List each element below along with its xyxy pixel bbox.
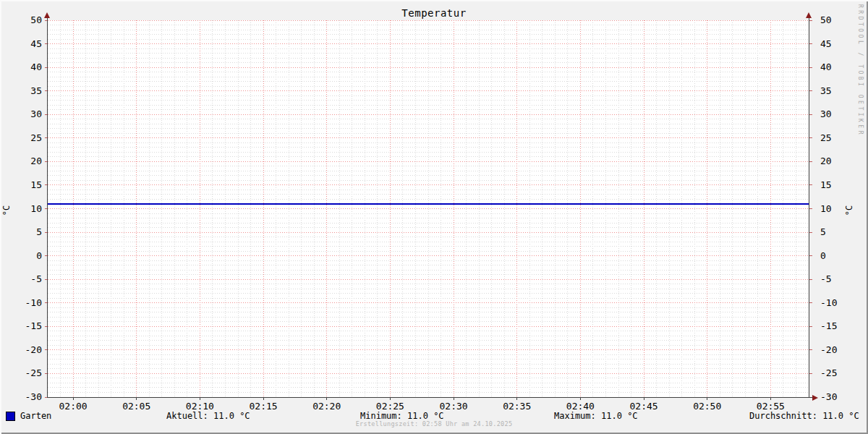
y-axis-label: -5 bbox=[820, 274, 849, 284]
x-axis-label: 02:30 bbox=[435, 401, 472, 412]
y-axis-label: 20 bbox=[820, 156, 849, 166]
y-axis-side-tick bbox=[809, 114, 812, 115]
gridline-major-h bbox=[48, 43, 809, 44]
y-axis-label: 40 bbox=[820, 62, 849, 72]
y-axis-label: 0 bbox=[820, 251, 849, 261]
y-axis-side-tick bbox=[809, 232, 812, 233]
y-axis-side-tick bbox=[809, 349, 812, 350]
x-axis-label: 02:20 bbox=[309, 401, 345, 412]
x-axis-label: 02:25 bbox=[372, 401, 408, 412]
x-axis-label: 02:05 bbox=[119, 401, 155, 412]
legend-current: Aktuell: 11.0 °C bbox=[166, 411, 250, 421]
y-axis-label: 0 bbox=[14, 251, 42, 261]
y-axis-label: 10 bbox=[14, 204, 42, 214]
y-axis-label: 25 bbox=[820, 133, 849, 143]
y-axis-side-tick bbox=[809, 255, 812, 256]
y-axis-label: 45 bbox=[820, 39, 849, 49]
y-axis-unit-left: °C bbox=[1, 203, 12, 218]
gridline-major-h bbox=[48, 232, 809, 233]
x-axis-label: 02:55 bbox=[752, 401, 788, 412]
gridline-major-h bbox=[48, 20, 809, 21]
x-axis-line bbox=[47, 397, 812, 398]
gridline-major-h bbox=[48, 373, 809, 374]
y-axis-label: -10 bbox=[820, 298, 849, 308]
y-axis-label: -30 bbox=[820, 392, 849, 402]
y-axis-label: 40 bbox=[14, 62, 42, 72]
y-axis-label: 35 bbox=[820, 86, 849, 96]
y-axis-label: -20 bbox=[14, 345, 42, 355]
y-axis-label: -10 bbox=[14, 298, 42, 308]
y-axis-side-tick bbox=[809, 302, 812, 303]
y-axis-side-tick bbox=[809, 90, 812, 91]
gridline-major-v bbox=[454, 20, 454, 397]
x-axis-label: 02:00 bbox=[55, 401, 91, 412]
gridline-major-v bbox=[707, 20, 707, 397]
axis-arrow-right bbox=[812, 395, 818, 401]
y-axis-label: 30 bbox=[14, 109, 42, 119]
gridline-major-h bbox=[48, 90, 809, 91]
y-axis-label: 10 bbox=[820, 204, 849, 214]
y-axis-label: -15 bbox=[14, 321, 42, 331]
gridline-major-h bbox=[48, 67, 809, 68]
y-axis-label: 5 bbox=[14, 227, 42, 237]
gridline-major-h bbox=[48, 349, 809, 350]
gridline-major-v bbox=[516, 20, 517, 397]
series-line bbox=[48, 203, 809, 205]
gridline-major-h bbox=[48, 208, 809, 209]
y-axis-label: -5 bbox=[14, 274, 42, 284]
x-axis-label: 02:40 bbox=[562, 401, 598, 412]
gridline-major-h bbox=[48, 184, 809, 185]
y-axis-label: -15 bbox=[820, 321, 849, 331]
y-axis-label: 25 bbox=[14, 133, 42, 143]
gridline-major-h bbox=[48, 279, 809, 280]
gridline-major-v bbox=[73, 20, 74, 397]
gridline-major-h bbox=[48, 302, 809, 303]
y-axis-side-tick bbox=[809, 67, 812, 68]
rrdtool-watermark: RRDTOOL / TOBI OETIKER bbox=[857, 4, 864, 137]
x-axis-label: 02:45 bbox=[626, 401, 662, 412]
y-axis-label: 35 bbox=[14, 86, 42, 96]
gridline-major-h bbox=[48, 114, 809, 115]
gridline-major-v bbox=[770, 20, 771, 397]
axis-arrow-up-left bbox=[44, 12, 50, 18]
y-axis-label: 30 bbox=[820, 109, 849, 119]
gridline-major-h bbox=[48, 161, 809, 162]
y-axis-label: 20 bbox=[14, 156, 42, 166]
gridline-major-h bbox=[48, 255, 809, 256]
y-axis-label: -25 bbox=[14, 368, 42, 378]
gridline-major-h bbox=[48, 137, 809, 138]
gridline-major-v bbox=[580, 20, 581, 397]
y-axis-side-tick bbox=[809, 161, 812, 162]
y-axis-line-left bbox=[47, 17, 48, 397]
gridline-major-v bbox=[136, 20, 137, 397]
y-axis-side-tick bbox=[809, 208, 812, 209]
legend-average: Durchschnitt: 11.0 °C bbox=[749, 411, 859, 421]
chart-title: Temperatur bbox=[0, 7, 868, 19]
y-axis-label: 15 bbox=[14, 180, 42, 190]
gridline-major-v bbox=[390, 20, 391, 397]
y-axis-label: 45 bbox=[14, 39, 42, 49]
x-axis-label: 02:50 bbox=[689, 401, 726, 412]
y-axis-label: -30 bbox=[14, 392, 42, 402]
legend-maximum: Maximum: 11.0 °C bbox=[554, 411, 638, 421]
y-axis-side-tick bbox=[809, 279, 812, 280]
x-axis-label: 02:35 bbox=[499, 401, 535, 412]
legend-minimum: Minimum: 11.0 °C bbox=[360, 411, 444, 421]
axis-arrow-up-right bbox=[806, 12, 812, 18]
y-axis-side-tick bbox=[809, 43, 812, 44]
y-axis-side-tick bbox=[809, 373, 812, 374]
y-axis-line-right bbox=[809, 17, 809, 397]
y-axis-label: -25 bbox=[820, 368, 849, 378]
gridline-major-v bbox=[326, 20, 327, 397]
x-axis-label: 02:15 bbox=[245, 401, 281, 412]
y-axis-side-tick bbox=[809, 137, 812, 138]
y-axis-side-tick bbox=[809, 326, 812, 327]
creation-time: Erstellungszeit: 02:58 Uhr am 24.10.2025 bbox=[0, 420, 868, 427]
legend-series-name: Garten bbox=[20, 411, 51, 421]
rrdtool-graph: Temperatur °C °C RRDTOOL / TOBI OETIKER … bbox=[0, 0, 868, 434]
y-axis-label: 50 bbox=[820, 15, 849, 25]
y-axis-label: 5 bbox=[820, 227, 849, 237]
y-axis-label: 15 bbox=[820, 180, 849, 190]
y-axis-label: -20 bbox=[820, 345, 849, 355]
y-axis-label: 50 bbox=[14, 15, 42, 25]
